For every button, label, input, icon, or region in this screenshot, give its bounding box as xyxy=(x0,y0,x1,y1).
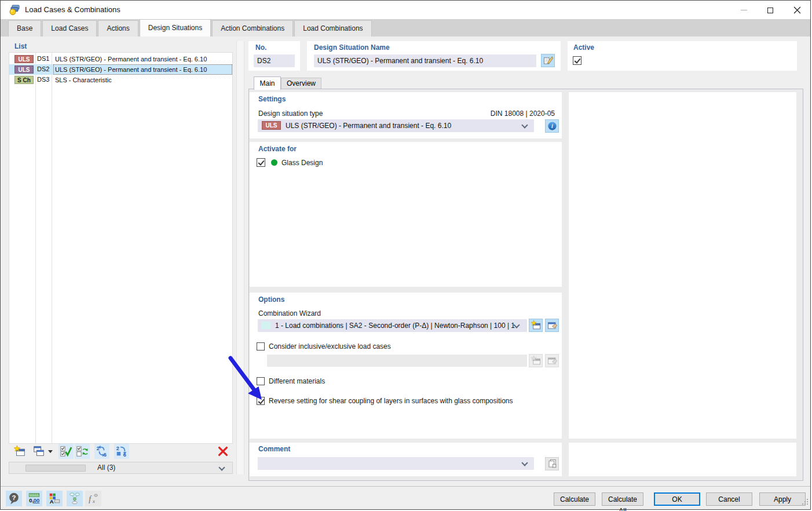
column-divider xyxy=(35,53,36,443)
new-wizard-button[interactable] xyxy=(529,319,543,332)
status-dot-icon xyxy=(271,159,277,166)
copy-comment-button[interactable] xyxy=(545,457,559,470)
display-settings-button[interactable]: A xyxy=(46,491,63,506)
tab-action-combinations[interactable]: Action Combinations xyxy=(212,20,293,36)
comment-combobox[interactable] xyxy=(258,457,534,470)
model-tree-button[interactable] xyxy=(67,491,83,506)
design-situation-type-label: Design situation type xyxy=(258,110,323,118)
svg-text:f: f xyxy=(89,495,92,503)
activate-for-header: Activate for xyxy=(258,145,297,153)
ok-button[interactable]: OK xyxy=(654,492,700,506)
comment-panel: Comment xyxy=(250,443,562,476)
filter-color-swatch xyxy=(25,465,86,472)
design-situations-list: ULS DS1 ULS (STR/GEO) - Permanent and tr… xyxy=(9,52,233,444)
no-input[interactable]: DS2 xyxy=(254,54,295,67)
list-item-ds2-selected[interactable]: ULS DS2 ULS (STR/GEO) - Permanent and tr… xyxy=(9,64,232,75)
glass-design-checkbox[interactable] xyxy=(257,158,265,167)
design-situation-type-dropdown[interactable]: ULS ULS (STR/GEO) - Permanent and transi… xyxy=(258,119,534,132)
item-name: SLS - Characteristic xyxy=(53,75,232,85)
glass-design-label: Glass Design xyxy=(281,159,323,167)
settings-header: Settings xyxy=(258,95,286,103)
close-button[interactable] xyxy=(784,1,810,19)
inclusive-exclusive-label: Consider inclusive/exclusive load cases xyxy=(269,342,391,351)
edit-inclusive-button-disabled xyxy=(545,354,559,367)
wizard-color-swatch xyxy=(261,322,270,329)
svg-text:00: 00 xyxy=(34,497,40,503)
wizard-value: 1 - Load combinations | SA2 - Second-ord… xyxy=(275,319,515,332)
rename-button[interactable] xyxy=(541,54,555,67)
svg-text:x: x xyxy=(92,498,95,504)
different-materials-checkbox[interactable] xyxy=(257,377,265,385)
tab-load-cases[interactable]: Load Cases xyxy=(42,20,97,36)
comment-header: Comment xyxy=(258,445,290,453)
uls-badge: ULS xyxy=(262,121,281,130)
item-number: DS1 xyxy=(37,55,49,62)
active-box: Active xyxy=(568,41,797,71)
no-box: No. DS2 xyxy=(248,41,300,71)
tab-load-combinations[interactable]: Load Combinations xyxy=(294,20,371,36)
apply-button[interactable]: Apply xyxy=(759,492,806,506)
type-value: ULS (STR/GEO) - Permanent and transient … xyxy=(286,119,451,132)
type-badge: ULS xyxy=(14,65,34,74)
subtab-overview[interactable]: Overview xyxy=(281,78,321,89)
window-title: Load Cases & Combinations xyxy=(25,5,120,14)
preview-panel xyxy=(569,92,796,439)
subtab-main[interactable]: Main xyxy=(254,76,281,90)
list-item-ds1[interactable]: ULS DS1 ULS (STR/GEO) - Permanent and tr… xyxy=(9,54,232,64)
activate-for-panel: Activate for Glass Design xyxy=(250,142,562,287)
filter-value: All (3) xyxy=(97,463,115,472)
copy-item-button[interactable] xyxy=(30,444,48,459)
select-all-button[interactable] xyxy=(58,444,74,459)
title-bar: Load Cases & Combinations xyxy=(1,1,810,19)
name-box: Design Situation Name ULS (STR/GEO) - Pe… xyxy=(307,41,561,71)
combination-wizard-label: Combination Wizard xyxy=(258,309,321,317)
chevron-down-icon xyxy=(521,122,528,128)
info-button[interactable]: i xyxy=(545,119,559,133)
list-header: List xyxy=(14,42,27,50)
type-badge: ULS xyxy=(14,55,34,63)
delete-item-button[interactable] xyxy=(215,444,231,459)
tab-base[interactable]: Base xyxy=(8,20,41,36)
type-badge: S Ch xyxy=(14,76,34,84)
inclusive-exclusive-checkbox[interactable] xyxy=(257,342,265,351)
calculate-button[interactable]: Calculate xyxy=(554,492,595,506)
footer-divider xyxy=(1,486,810,487)
different-materials-label: Different materials xyxy=(269,377,325,385)
new-item-button[interactable] xyxy=(12,444,27,459)
renumber-button[interactable]: 26 xyxy=(94,444,109,459)
item-number: DS3 xyxy=(37,76,49,83)
app-icon xyxy=(9,4,20,16)
inclusive-exclusive-input-disabled xyxy=(267,355,527,367)
reverse-shear-coupling-checkbox[interactable] xyxy=(257,397,265,405)
design-situation-name-input[interactable]: ULS (STR/GEO) - Permanent and transient … xyxy=(314,54,536,67)
renumber-options-button[interactable]: 26 xyxy=(114,444,129,459)
invert-selection-button[interactable] xyxy=(75,444,90,459)
formula-button[interactable]: fx xyxy=(85,491,101,506)
svg-text:A: A xyxy=(50,498,54,505)
preview-comment-panel xyxy=(569,443,796,476)
combination-wizard-dropdown[interactable]: 1 - Load combinations | SA2 - Second-ord… xyxy=(258,319,527,332)
active-checkbox[interactable] xyxy=(573,56,581,65)
calculate-all-button[interactable]: Calculate All xyxy=(602,492,643,506)
decimal-places-button[interactable]: 0,00 xyxy=(26,491,42,506)
main-tab-bar: Base Load Cases Actions Design Situation… xyxy=(1,19,810,36)
item-number: DS2 xyxy=(37,65,49,72)
list-filter-combobox[interactable]: All (3) xyxy=(9,462,233,474)
copy-options-arrow[interactable] xyxy=(48,450,53,453)
panel-splitter[interactable] xyxy=(236,41,244,475)
maximize-button[interactable] xyxy=(757,1,784,19)
tab-design-situations[interactable]: Design Situations xyxy=(140,19,211,36)
tab-actions[interactable]: Actions xyxy=(98,20,138,36)
standard-label: DIN 18008 | 2020-05 xyxy=(491,110,555,118)
chevron-down-icon xyxy=(521,459,528,466)
column-divider xyxy=(52,53,52,443)
reverse-shear-coupling-label: Reverse setting for shear coupling of la… xyxy=(269,397,513,405)
list-item-ds3[interactable]: S Ch DS3 SLS - Characteristic xyxy=(9,75,232,85)
minimize-button[interactable] xyxy=(730,1,757,19)
cancel-button[interactable]: Cancel xyxy=(706,492,752,506)
settings-panel: Settings Design situation type DIN 18008… xyxy=(250,92,562,138)
resize-grip[interactable] xyxy=(802,497,809,508)
help-button[interactable]: ? xyxy=(6,491,22,506)
svg-text:i: i xyxy=(551,123,553,129)
edit-wizard-button[interactable] xyxy=(545,319,559,332)
